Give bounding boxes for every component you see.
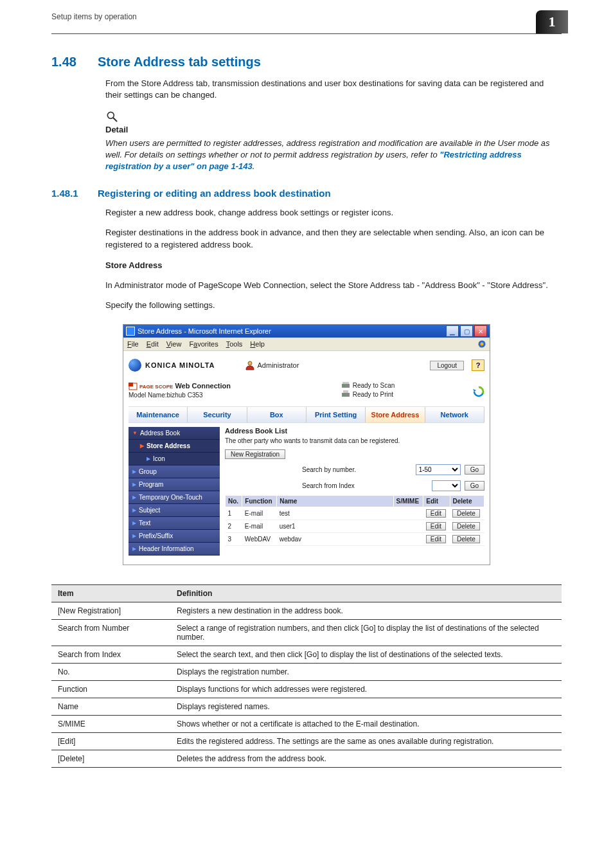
sidebar-item-subject[interactable]: ▶Subject <box>129 504 220 517</box>
col-function: Function <box>242 496 277 507</box>
svg-point-8 <box>343 385 344 386</box>
main-area: Address Book List The other party who wa… <box>225 427 484 556</box>
menu-file[interactable]: File <box>127 340 139 348</box>
window-close-button[interactable]: ✕ <box>474 325 487 337</box>
address-book-list-subtitle: The other party who wants to transmit da… <box>225 437 484 444</box>
sidebar-item-prefix-suffix[interactable]: ▶Prefix/Suffix <box>129 530 220 543</box>
tab-network[interactable]: Network <box>425 407 484 422</box>
window-minimize-button[interactable]: ▁ <box>446 325 459 337</box>
table-row: No.Displays the registration number. <box>51 664 562 681</box>
def-header-definition: Definition <box>170 585 562 602</box>
sidebar-item-text[interactable]: ▶Text <box>129 517 220 530</box>
col-delete: Delete <box>450 496 484 507</box>
svg-marker-12 <box>473 389 476 392</box>
triangle-right-icon: ▶ <box>132 494 136 500</box>
address-book-table: No. Function Name S/MIME Edit Delete 1 E… <box>225 495 484 546</box>
triangle-right-icon: ▶ <box>132 507 136 513</box>
delete-button[interactable]: Delete <box>452 535 480 543</box>
sidebar-item-icon[interactable]: ▶Icon <box>129 453 220 466</box>
svg-point-11 <box>343 394 344 395</box>
sidebar-item-group[interactable]: ▶Group <box>129 466 220 478</box>
col-no: No. <box>226 496 242 507</box>
ready-print-label: Ready to Print <box>353 391 393 398</box>
printer-icon <box>341 390 350 399</box>
svg-rect-9 <box>342 393 350 397</box>
search-from-index-select[interactable] <box>432 480 461 491</box>
search-by-number-select[interactable]: 1-50 <box>416 464 461 475</box>
menu-help[interactable]: Help <box>250 340 265 348</box>
table-row: 2 E-mail user1 Edit Delete <box>226 520 484 533</box>
tab-store-address[interactable]: Store Address <box>366 407 425 422</box>
scanner-icon <box>341 381 350 390</box>
edit-button[interactable]: Edit <box>426 509 446 518</box>
content-pane: ▼Address Book ▶Store Address ▶Icon ▶Grou… <box>123 423 490 565</box>
magnifying-glass-icon <box>105 110 118 123</box>
pagescope-logo: PAGE SCOPE Web Connection <box>129 382 231 390</box>
triangle-right-icon: ▶ <box>132 546 136 552</box>
edit-button[interactable]: Edit <box>426 535 446 543</box>
edit-button[interactable]: Edit <box>426 522 446 530</box>
svg-line-1 <box>114 118 117 122</box>
search-by-number-go-button[interactable]: Go <box>465 465 484 475</box>
browser-window: Store Address - Microsoft Internet Explo… <box>123 324 490 565</box>
sidebar-item-program[interactable]: ▶Program <box>129 478 220 491</box>
section-heading: Store Address tab settings <box>98 55 261 69</box>
menu-favorites[interactable]: Favorites <box>189 340 218 348</box>
sidebar-item-store-address[interactable]: ▶Store Address <box>129 440 220 453</box>
triangle-right-icon: ▶ <box>132 482 136 487</box>
new-registration-button[interactable]: New Registration <box>225 449 285 459</box>
ready-scan-label: Ready to Scan <box>353 382 395 389</box>
detail-block: Detail When users are permitted to regis… <box>105 110 562 172</box>
address-book-list-title: Address Book List <box>225 427 484 435</box>
subsection-p4: Specify the following settings. <box>105 300 562 311</box>
window-title: Store Address - Microsoft Internet Explo… <box>138 327 446 335</box>
konica-minolta-logo: KONICA MINOLTA <box>129 359 215 372</box>
table-row: 1 E-mail test Edit Delete <box>226 507 484 520</box>
menu-tools[interactable]: Tools <box>226 340 243 348</box>
tab-maintenance[interactable]: Maintenance <box>129 407 188 422</box>
search-by-number-label: Search by number. <box>302 466 356 473</box>
triangle-right-icon: ▶ <box>147 456 150 462</box>
sidebar-item-temporary-one-touch[interactable]: ▶Temporary One-Touch <box>129 491 220 504</box>
tab-security[interactable]: Security <box>188 407 247 422</box>
svg-rect-5 <box>129 383 133 386</box>
delete-button[interactable]: Delete <box>452 509 480 518</box>
search-from-index-label: Search from Index <box>302 482 355 489</box>
sidebar-item-header-information[interactable]: ▶Header Information <box>129 543 220 556</box>
running-header-text: Setup items by operation <box>51 12 137 21</box>
reload-icon[interactable] <box>473 386 484 397</box>
logout-button[interactable]: Logout <box>430 361 464 370</box>
col-name: Name <box>277 496 393 507</box>
search-by-number-row: Search by number. 1-50 Go <box>225 464 484 475</box>
delete-button[interactable]: Delete <box>452 522 480 530</box>
table-row: [Edit]Edits the registered address. The … <box>51 733 562 750</box>
menu-view[interactable]: View <box>166 340 182 348</box>
triangle-right-icon: ▶ <box>132 469 136 475</box>
administrator-indicator: Administrator <box>245 360 299 370</box>
table-row: FunctionDisplays functions for which add… <box>51 681 562 698</box>
ie-logo-icon <box>477 339 487 349</box>
svg-rect-10 <box>343 390 348 393</box>
sidebar-item-address-book[interactable]: ▼Address Book <box>129 427 220 440</box>
help-button[interactable]: ? <box>472 359 484 371</box>
triangle-down-icon: ▼ <box>132 430 138 436</box>
globe-icon <box>129 359 141 372</box>
menu-edit[interactable]: Edit <box>147 340 159 348</box>
pagescope-icon <box>129 383 138 390</box>
browser-menu-bar: File Edit View Favorites Tools Help <box>123 338 490 351</box>
store-address-head: Store Address <box>105 260 562 271</box>
detail-text: When users are permitted to register add… <box>105 138 562 173</box>
window-maximize-button[interactable]: ▢ <box>460 325 473 337</box>
subsection-heading: Registering or editing an address book d… <box>98 188 331 199</box>
table-row: NameDisplays registered names. <box>51 698 562 716</box>
tab-print-setting[interactable]: Print Setting <box>306 407 366 422</box>
section-number: 1.48 <box>51 55 98 69</box>
search-from-index-go-button[interactable]: Go <box>465 481 484 491</box>
definition-table: Item Definition [New Registration]Regist… <box>51 584 562 768</box>
col-edit: Edit <box>423 496 450 507</box>
subsection-p2: Register destinations in the address boo… <box>105 227 562 250</box>
tab-box[interactable]: Box <box>247 407 306 422</box>
detail-label: Detail <box>105 124 562 136</box>
running-header: Setup items by operation 1 <box>51 0 562 34</box>
triangle-right-icon: ▶ <box>132 520 136 526</box>
